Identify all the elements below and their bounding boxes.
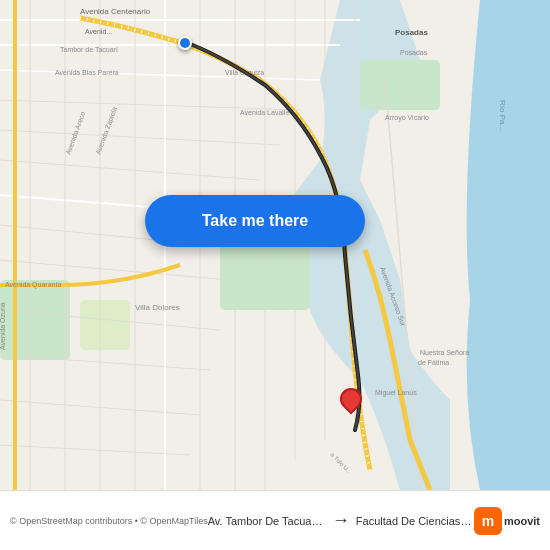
svg-text:Miguel Lanús: Miguel Lanús — [375, 389, 417, 397]
svg-text:Avenida Quaranta: Avenida Quaranta — [5, 281, 61, 289]
svg-text:de Fátima: de Fátima — [418, 359, 449, 366]
svg-rect-3 — [80, 300, 130, 350]
route-to-label: Facultad De Ciencias Ec... — [356, 515, 474, 527]
bottom-bar: © OpenStreetMap contributors • © OpenMap… — [0, 490, 550, 550]
destination-marker — [340, 388, 362, 416]
svg-text:Avenida Lavalle: Avenida Lavalle — [240, 109, 289, 116]
moovit-logo: m moovit — [474, 507, 540, 535]
svg-text:Villa Dolores: Villa Dolores — [135, 303, 180, 312]
svg-text:Río Pa...: Río Pa... — [498, 100, 507, 131]
origin-marker — [178, 36, 192, 50]
svg-text:Arroyo Vicario: Arroyo Vicario — [385, 114, 429, 122]
svg-text:Nuestra Señora: Nuestra Señora — [420, 349, 469, 356]
svg-text:Villa Urquiza: Villa Urquiza — [225, 69, 264, 77]
svg-rect-2 — [0, 280, 70, 360]
route-from-label: Av. Tambor De Tacuarí ... — [208, 515, 326, 527]
svg-rect-4 — [360, 60, 440, 110]
map-container: Avenida Centenario Avenid... Tambor de T… — [0, 0, 550, 490]
map-attribution: © OpenStreetMap contributors • © OpenMap… — [10, 516, 208, 526]
svg-text:Tambor de Tacuarí: Tambor de Tacuarí — [60, 46, 118, 53]
moovit-name: moovit — [504, 515, 540, 527]
svg-text:Avenida Ozuna: Avenida Ozuna — [0, 302, 6, 350]
svg-text:Posadas: Posadas — [395, 28, 428, 37]
route-arrow-icon: → — [326, 510, 356, 531]
svg-text:Avenid...: Avenid... — [85, 28, 112, 35]
take-me-there-button[interactable]: Take me there — [145, 195, 365, 247]
svg-text:Posadas: Posadas — [400, 49, 428, 56]
svg-text:Avenida Blas Parera: Avenida Blas Parera — [55, 69, 119, 76]
moovit-icon: m — [474, 507, 502, 535]
svg-text:Avenida Centenario: Avenida Centenario — [80, 7, 151, 16]
